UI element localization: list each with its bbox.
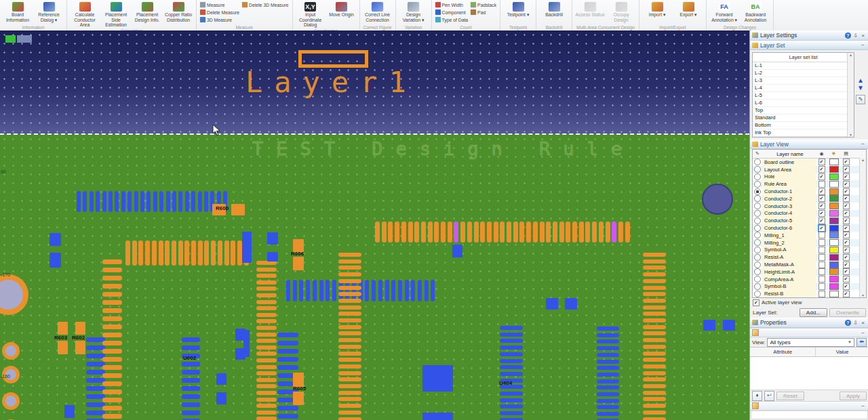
layer-visibility-checkbox[interactable]: ✔	[818, 166, 825, 173]
layer-view-row[interactable]: Milling_1✔	[753, 232, 866, 239]
layer-view-scrollbar[interactable]: ▲▼	[859, 158, 866, 297]
close-icon[interactable]: ×	[859, 32, 867, 39]
layer-color-swatch[interactable]	[829, 159, 839, 165]
layer-color-swatch[interactable]	[829, 188, 839, 195]
layer-active-radio[interactable]	[754, 291, 761, 297]
layer-color-swatch[interactable]	[829, 166, 839, 173]
layer-view-row[interactable]: Resist-A✔	[753, 253, 866, 261]
backward-annotation-button[interactable]: BABackward Annotation	[740, 1, 771, 23]
layer-view-row[interactable]: Rule Area✔	[753, 180, 866, 188]
layer-view-row[interactable]: MetalMask-A✔	[753, 261, 866, 268]
layer-select-checkbox[interactable]: ✔	[843, 291, 850, 297]
pen-width-button[interactable]: Pen Width	[435, 1, 469, 8]
layer-view-row[interactable]: CompArea-A✔	[753, 276, 866, 283]
layer-set-item[interactable]: Ink Top	[753, 129, 854, 137]
layer-active-radio[interactable]	[754, 283, 761, 290]
layer-active-radio[interactable]	[754, 203, 761, 209]
layer-select-checkbox[interactable]: ✔	[843, 203, 850, 209]
layer-active-radio[interactable]	[754, 247, 761, 253]
layer-visibility-checkbox[interactable]: ✔	[818, 195, 825, 202]
layer-select-checkbox[interactable]: ✔	[843, 261, 850, 268]
collapse-icon[interactable]: −	[859, 402, 867, 409]
layer-visibility-checkbox[interactable]	[818, 261, 825, 268]
input-coordinate-dialog-button[interactable]: X,YInput Coordinate Dialog	[295, 1, 326, 28]
active-layer-view-checkbox[interactable]: ✔	[753, 299, 760, 306]
layer-active-radio[interactable]	[754, 210, 761, 217]
layer-visibility-checkbox[interactable]: ✔	[818, 217, 825, 224]
design-canvas[interactable]: Layer1 TEST Design Rule R600R606R603R602…	[0, 30, 749, 420]
layer-visibility-checkbox[interactable]	[818, 276, 825, 282]
layer-visibility-checkbox[interactable]	[818, 268, 825, 275]
layer-select-checkbox[interactable]: ✔	[843, 268, 850, 275]
layer-active-radio[interactable]	[754, 254, 761, 261]
layer-color-swatch[interactable]	[829, 217, 839, 224]
layer-active-radio[interactable]	[754, 188, 761, 195]
layer-visibility-checkbox[interactable]	[818, 239, 825, 246]
layer-visibility-checkbox[interactable]: ✔	[818, 203, 825, 209]
layer-select-checkbox[interactable]: ✔	[843, 239, 850, 246]
move-origin-button[interactable]: Move Origin	[326, 1, 357, 18]
design-variation-button[interactable]: Design Variation ▾	[398, 1, 429, 23]
layer-select-checkbox[interactable]: ✔	[843, 225, 850, 232]
layer-visibility-checkbox[interactable]	[818, 247, 825, 253]
layer-view-row[interactable]: Symbol-B✔	[753, 283, 866, 291]
component-button[interactable]: Component	[435, 9, 469, 16]
pick-object-button[interactable]: ⬅	[856, 338, 867, 347]
layer-active-radio[interactable]	[754, 181, 761, 188]
help-icon[interactable]: ?	[844, 32, 852, 39]
layer-visibility-checkbox[interactable]: ✔	[818, 173, 825, 180]
layer-active-radio[interactable]	[754, 225, 761, 232]
layer-view-row[interactable]: Symbol-A✔	[753, 247, 866, 254]
layer-color-swatch[interactable]	[829, 173, 839, 180]
layer-color-swatch[interactable]	[829, 210, 839, 217]
pad-button[interactable]: Pad	[471, 9, 496, 16]
layer-set-item[interactable]: Standard	[753, 114, 854, 122]
layer-visibility-checkbox[interactable]	[818, 181, 825, 188]
layer-active-radio[interactable]	[754, 268, 761, 275]
layer-set-item[interactable]: L-6	[753, 100, 854, 107]
overwrite-button[interactable]: Overwrite	[829, 308, 866, 317]
testpoint-button[interactable]: Testpoint ▾	[502, 1, 534, 18]
reset-button[interactable]: Reset	[776, 392, 804, 400]
close-icon[interactable]: ×	[859, 319, 867, 326]
probe-icon[interactable]: ♦	[752, 391, 762, 401]
layer-set-item[interactable]: Bottom	[753, 122, 854, 129]
layer-view-row[interactable]: Conductor-1✔✔	[753, 188, 866, 195]
note-icon[interactable]	[752, 402, 759, 409]
collapse-icon[interactable]: −	[859, 141, 867, 148]
forward-annotation-button[interactable]: FAForward Annotation ▾	[709, 1, 740, 23]
layer-active-radio[interactable]	[754, 166, 761, 173]
collapse-icon[interactable]: −	[859, 42, 867, 49]
layer-color-swatch[interactable]	[829, 261, 839, 268]
layer-view-row[interactable]: Layout Area✔✔	[753, 166, 866, 173]
move-down-button[interactable]: ▼	[857, 84, 864, 91]
layer-set-section-header[interactable]: Layer Set −	[750, 41, 868, 50]
calculate-conductor-area-button[interactable]: Calculate Conductor Area	[69, 1, 100, 28]
layer-visibility-checkbox[interactable]	[818, 291, 825, 297]
layer-visibility-checkbox[interactable]: ✔	[818, 210, 825, 217]
layer-select-checkbox[interactable]: ✔	[843, 232, 850, 238]
layer-active-radio[interactable]	[754, 195, 761, 202]
layer-set-item[interactable]: L-3	[753, 77, 854, 85]
apply-button[interactable]: Apply	[840, 392, 867, 400]
measure-button[interactable]: Measure	[200, 1, 239, 8]
import-button[interactable]: Import ▾	[642, 1, 673, 18]
edit-layer-set-button[interactable]: ✎	[856, 95, 865, 104]
layer-active-radio[interactable]	[754, 239, 761, 246]
layer-set-item[interactable]: L-1	[753, 62, 854, 70]
layer-select-checkbox[interactable]: ✔	[843, 210, 850, 217]
layer-select-checkbox[interactable]: ✔	[843, 166, 850, 173]
layer-set-item[interactable]: L-4	[753, 85, 854, 92]
add-button[interactable]: Add...	[800, 308, 827, 317]
layer-color-swatch[interactable]	[829, 232, 839, 238]
layer-visibility-checkbox[interactable]: ✔	[818, 225, 825, 232]
layer-color-swatch[interactable]	[829, 181, 839, 188]
layer-select-checkbox[interactable]: ✔	[843, 159, 850, 165]
layer-set-item[interactable]: L-5	[753, 92, 854, 100]
layer-view-row[interactable]: Milling_2✔	[753, 239, 866, 247]
layer-view-row[interactable]: Resist-B✔	[753, 290, 866, 297]
layer-active-radio[interactable]	[754, 173, 761, 180]
layer-visibility-checkbox[interactable]	[818, 232, 825, 238]
layer-color-swatch[interactable]	[829, 195, 839, 202]
properties-table-body[interactable]	[751, 357, 868, 390]
